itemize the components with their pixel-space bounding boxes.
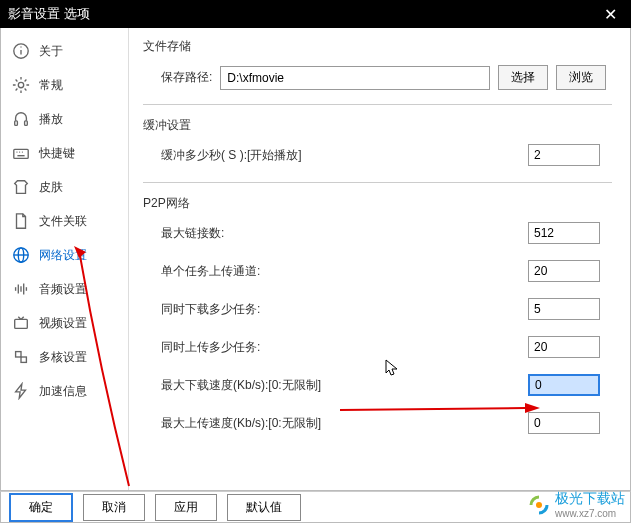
sidebar-item-label: 加速信息 xyxy=(39,383,87,400)
sidebar-item-about[interactable]: 关于 xyxy=(1,34,128,68)
svg-rect-23 xyxy=(21,357,26,362)
ok-button[interactable]: 确定 xyxy=(9,493,73,522)
content-panel: 文件存储 保存路径: 选择 浏览 缓冲设置 缓冲多少秒( S ):[开始播放] … xyxy=(129,28,630,490)
max-dl-speed-input[interactable] xyxy=(528,374,600,396)
browse-button[interactable]: 浏览 xyxy=(556,65,606,90)
concurrent-dl-label: 同时下载多少任务: xyxy=(161,301,351,318)
gear-icon xyxy=(11,75,31,95)
close-icon[interactable]: ✕ xyxy=(598,5,623,24)
section-storage-title: 文件存储 xyxy=(143,38,612,55)
path-label: 保存路径: xyxy=(161,69,212,86)
upload-channel-label: 单个任务上传通道: xyxy=(161,263,351,280)
cpu-icon xyxy=(11,347,31,367)
sidebar-item-label: 文件关联 xyxy=(39,213,87,230)
concurrent-dl-input[interactable] xyxy=(528,298,600,320)
file-icon xyxy=(11,211,31,231)
sidebar-item-label: 视频设置 xyxy=(39,315,87,332)
sidebar-item-multicore[interactable]: 多核设置 xyxy=(1,340,128,374)
select-button[interactable]: 选择 xyxy=(498,65,548,90)
sidebar-item-accel[interactable]: 加速信息 xyxy=(1,374,128,408)
window-title: 影音设置 选项 xyxy=(8,5,90,23)
max-dl-speed-label: 最大下载速度(Kb/s):[0:无限制] xyxy=(161,377,351,394)
sidebar-item-skin[interactable]: 皮肤 xyxy=(1,170,128,204)
sidebar-item-label: 关于 xyxy=(39,43,63,60)
sidebar-item-label: 多核设置 xyxy=(39,349,87,366)
svg-rect-5 xyxy=(25,121,28,126)
svg-rect-6 xyxy=(14,149,28,158)
sidebar-item-label: 网络设置 xyxy=(39,247,87,264)
sidebar-item-file-assoc[interactable]: 文件关联 xyxy=(1,204,128,238)
concurrent-ul-label: 同时上传多少任务: xyxy=(161,339,351,356)
sidebar: 关于 常规 播放 快捷键 皮肤 文件关联 网络设置 音频设置 xyxy=(1,28,129,490)
bolt-icon xyxy=(11,381,31,401)
buffer-label: 缓冲多少秒( S ):[开始播放] xyxy=(161,147,351,164)
globe-icon xyxy=(11,245,31,265)
concurrent-ul-input[interactable] xyxy=(528,336,600,358)
sidebar-item-general[interactable]: 常规 xyxy=(1,68,128,102)
skin-icon xyxy=(11,177,31,197)
section-buffer-title: 缓冲设置 xyxy=(143,117,612,134)
apply-button[interactable]: 应用 xyxy=(155,494,217,521)
sidebar-item-network[interactable]: 网络设置 xyxy=(1,238,128,272)
audio-icon xyxy=(11,279,31,299)
cancel-button[interactable]: 取消 xyxy=(83,494,145,521)
save-path-input[interactable] xyxy=(220,66,490,90)
sidebar-item-hotkey[interactable]: 快捷键 xyxy=(1,136,128,170)
default-button[interactable]: 默认值 xyxy=(227,494,301,521)
svg-rect-4 xyxy=(15,121,18,126)
svg-rect-22 xyxy=(16,352,21,357)
info-icon xyxy=(11,41,31,61)
max-ul-speed-label: 最大上传速度(Kb/s):[0:无限制] xyxy=(161,415,351,432)
footer: 确定 取消 应用 默认值 xyxy=(0,491,631,523)
sidebar-item-audio[interactable]: 音频设置 xyxy=(1,272,128,306)
headphones-icon xyxy=(11,109,31,129)
max-conn-input[interactable] xyxy=(528,222,600,244)
tv-icon xyxy=(11,313,31,333)
buffer-input[interactable] xyxy=(528,144,600,166)
max-conn-label: 最大链接数: xyxy=(161,225,351,242)
section-p2p-title: P2P网络 xyxy=(143,195,612,212)
svg-point-3 xyxy=(18,82,23,87)
svg-rect-19 xyxy=(15,319,28,328)
sidebar-item-label: 播放 xyxy=(39,111,63,128)
sidebar-item-label: 皮肤 xyxy=(39,179,63,196)
sidebar-item-label: 音频设置 xyxy=(39,281,87,298)
sidebar-item-label: 常规 xyxy=(39,77,63,94)
max-ul-speed-input[interactable] xyxy=(528,412,600,434)
upload-channel-input[interactable] xyxy=(528,260,600,282)
sidebar-item-label: 快捷键 xyxy=(39,145,75,162)
sidebar-item-video[interactable]: 视频设置 xyxy=(1,306,128,340)
keyboard-icon xyxy=(11,143,31,163)
sidebar-item-playback[interactable]: 播放 xyxy=(1,102,128,136)
